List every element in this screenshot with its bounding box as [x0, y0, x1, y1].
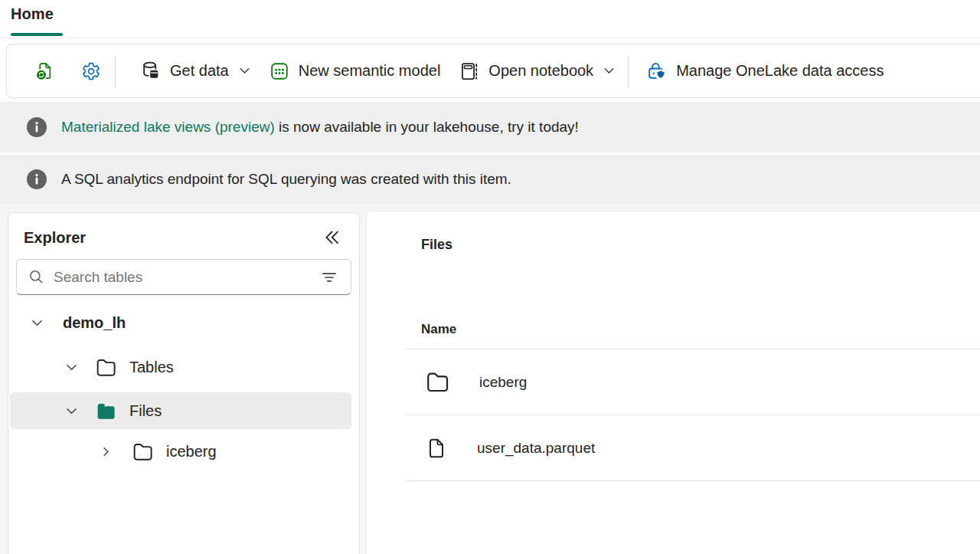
semantic-model-icon — [269, 61, 290, 82]
filter-button[interactable] — [317, 265, 341, 290]
manage-onelake-access-button[interactable]: Manage OneLake data access — [645, 60, 884, 83]
column-header-name[interactable]: Name — [405, 310, 980, 349]
manage-onelake-access-label: Manage OneLake data access — [676, 62, 884, 80]
tree-item-label: Files — [129, 402, 162, 420]
notebook-icon — [459, 61, 480, 82]
lock-shield-icon — [645, 60, 668, 83]
toolbar-divider — [628, 55, 629, 87]
tab-bar: Home — [0, 0, 980, 38]
info-banner-materialized-views: Materialized lake views (preview) is now… — [0, 102, 980, 153]
banner-message-text: is now available in your lakehouse, try … — [275, 119, 579, 135]
tree-item-label: iceberg — [166, 443, 217, 461]
get-data-button[interactable]: Get data — [139, 60, 251, 82]
gear-icon — [80, 61, 102, 82]
banner-message-text: A SQL analytics endpoint for SQL queryin… — [61, 171, 511, 188]
explorer-tree: demo_lh Tables — [8, 307, 359, 467]
tree-item-demo-lh[interactable]: demo_lh — [8, 307, 359, 338]
file-name: user_data.parquet — [477, 440, 595, 457]
chevron-right-icon[interactable] — [100, 445, 113, 458]
file-row-iceberg[interactable]: iceberg — [405, 349, 980, 415]
filter-icon — [320, 268, 338, 287]
new-semantic-model-label: New semantic model — [299, 62, 441, 80]
file-sync-icon — [34, 61, 55, 81]
folder-icon — [131, 440, 155, 464]
explorer-panel: Explorer — [8, 212, 360, 554]
search-icon — [28, 268, 45, 286]
tree-item-label: Tables — [129, 359, 174, 376]
folder-icon — [424, 369, 451, 395]
chevron-down-icon[interactable] — [30, 316, 44, 330]
get-data-label: Get data — [170, 62, 229, 80]
database-icon — [139, 60, 162, 82]
info-icon — [27, 169, 47, 189]
tab-home-active-underline — [11, 33, 63, 36]
materialized-lake-views-link[interactable]: Materialized lake views (preview) — [61, 119, 275, 135]
toolbar-divider — [115, 55, 116, 87]
info-icon — [27, 117, 47, 137]
explorer-title: Explorer — [24, 229, 86, 247]
content-area: Explorer — [0, 204, 980, 554]
chevron-down-icon — [238, 64, 251, 77]
ribbon-toolbar: Get data New semantic model — [6, 44, 980, 98]
info-banner-sql-endpoint: A SQL analytics endpoint for SQL queryin… — [0, 155, 980, 204]
explorer-header: Explorer — [8, 213, 359, 249]
lakehouse-screen: Home — [0, 0, 980, 554]
open-notebook-button[interactable]: Open notebook — [459, 61, 616, 82]
file-row-user-data-parquet[interactable]: user_data.parquet — [405, 415, 980, 481]
new-semantic-model-button[interactable]: New semantic model — [269, 61, 441, 82]
chevron-down-icon[interactable] — [64, 360, 79, 375]
refresh-file-button[interactable] — [34, 61, 55, 81]
file-name: iceberg — [479, 374, 527, 391]
folder-filled-icon — [94, 399, 118, 423]
tree-item-files-selected[interactable]: Files — [10, 392, 351, 429]
collapse-pane-button[interactable] — [321, 226, 344, 249]
tree-item-iceberg[interactable]: iceberg — [8, 436, 359, 467]
file-icon — [424, 436, 449, 461]
banner-message: Materialized lake views (preview) is now… — [61, 119, 579, 136]
files-panel: Files Name iceberg — [366, 211, 980, 554]
double-chevron-left-icon — [322, 228, 342, 247]
files-panel-title: Files — [421, 237, 452, 253]
chevron-down-icon — [603, 64, 616, 77]
search-box[interactable] — [16, 259, 351, 295]
tree-item-tables[interactable]: Tables — [8, 352, 359, 382]
folder-icon — [94, 356, 118, 379]
files-table: Name iceberg — [405, 310, 980, 481]
chevron-down-icon[interactable] — [64, 404, 79, 418]
tree-item-label: demo_lh — [63, 314, 126, 332]
settings-button[interactable] — [80, 61, 102, 82]
tab-home[interactable]: Home — [11, 5, 54, 23]
open-notebook-label: Open notebook — [488, 62, 593, 80]
search-tables-input[interactable] — [54, 269, 317, 286]
